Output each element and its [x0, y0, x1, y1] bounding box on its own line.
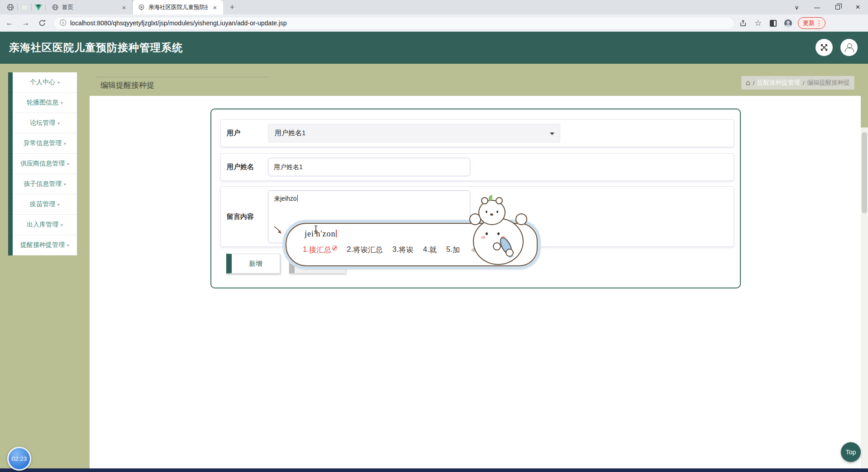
- extension-icon[interactable]: [19, 0, 30, 14]
- ime-candidate-2[interactable]: 2.将诶汇总: [347, 245, 383, 255]
- person-icon: [845, 43, 853, 52]
- sidebar-item-label: 个人中心: [30, 78, 55, 86]
- recording-timer-badge[interactable]: 02:23: [7, 447, 31, 471]
- new-tab-button[interactable]: +: [226, 1, 238, 14]
- mascot-hat-bear: [478, 200, 506, 225]
- sidebar-item-label: 疫苗管理: [30, 200, 55, 208]
- breadcrumb: ⌂ / 提醒接种提管理 / 编辑提醒接种提: [741, 76, 854, 90]
- top-button-label: Top: [846, 448, 856, 456]
- ime-candidate-5[interactable]: 5.加: [446, 245, 460, 255]
- sidebar-item-child-info[interactable]: 孩子信息管理▾: [13, 174, 77, 194]
- sidebar-item-label: 论坛管理: [30, 119, 55, 127]
- home-icon[interactable]: ⌂: [746, 79, 750, 87]
- fullscreen-button[interactable]: [816, 39, 833, 56]
- user-profile-button[interactable]: [840, 39, 858, 56]
- field-label: 留言内容: [221, 212, 268, 221]
- sidebar-item-inventory[interactable]: 出入库管理▾: [13, 215, 77, 235]
- ime-candidate-3[interactable]: 3.将诶: [392, 245, 414, 255]
- user-select[interactable]: 用户姓名1: [268, 124, 560, 142]
- site-info-icon[interactable]: ⓘ: [60, 19, 66, 27]
- ime-candidates: 1.接汇总 2.将诶汇总 3.将诶 4.就 5.加: [303, 245, 482, 255]
- breadcrumb-separator: /: [803, 80, 805, 86]
- ime-badge-icon: [332, 245, 337, 250]
- minimize-button[interactable]: —: [807, 0, 827, 14]
- url-text: localhost:8080/qhsqyyetyfjzglxt/jsp/modu…: [70, 19, 287, 27]
- field-label: 用户: [221, 129, 268, 137]
- chevron-down-icon: ▾: [67, 243, 69, 248]
- chevron-down-icon: ▾: [61, 100, 63, 105]
- ime-candidate-1[interactable]: 1.接汇总: [303, 245, 337, 255]
- page-scrollbar[interactable]: [861, 127, 868, 472]
- add-button-label: 新增: [249, 260, 262, 268]
- chevron-down-icon: ▾: [61, 222, 63, 227]
- app-header: 亲海社区医院儿童预防接种管理系统: [0, 32, 868, 64]
- breadcrumb-section[interactable]: 提醒接种提管理: [757, 79, 800, 87]
- sidebar-item-abnormal-info[interactable]: 异常信息管理▾: [13, 133, 77, 154]
- tab-home[interactable]: 首页 ×: [47, 0, 133, 14]
- globe-favicon-icon: [52, 4, 58, 10]
- browser-toolbar: ← → ⓘ localhost:8080/qhsqyyetyfjzglxt/js…: [0, 14, 868, 32]
- ime-candidate-4[interactable]: 4.就: [423, 245, 437, 255]
- sidebar-item-forum[interactable]: 论坛管理▾: [13, 113, 77, 133]
- textarea-value: 来jeihzo: [274, 195, 297, 202]
- forward-button[interactable]: →: [19, 16, 33, 30]
- back-to-top-button[interactable]: Top: [841, 442, 861, 462]
- workspace: 个人中心▾ 轮播图信息▾ 论坛管理▾ 异常信息管理▾ 供应商信息管理▾ 孩子信息…: [0, 64, 868, 468]
- chevron-down-icon: ▾: [57, 80, 60, 85]
- bookmark-star-icon[interactable]: ☆: [752, 17, 764, 29]
- pinned-tabs: [0, 0, 47, 14]
- input-value: 用户姓名1: [274, 163, 303, 171]
- sidebar-item-label: 异常信息管理: [24, 139, 62, 147]
- tab-close-icon[interactable]: ×: [211, 4, 219, 11]
- timer-value: 02:23: [12, 455, 27, 462]
- divider: [31, 4, 32, 11]
- ime-mascot: [459, 203, 541, 271]
- tab-title: 首页: [62, 4, 117, 11]
- fullscreen-icon: [820, 43, 828, 52]
- update-label: 更新: [803, 19, 815, 27]
- sidebar-item-label: 提醒接种提管理: [20, 241, 65, 249]
- scrollbar-thumb[interactable]: [862, 132, 867, 213]
- sidebar-item-label: 供应商信息管理: [20, 160, 65, 168]
- chevron-down-icon: ▾: [64, 141, 66, 146]
- menu-dots-icon[interactable]: ⋮: [816, 19, 822, 27]
- chevron-down-icon: ▾: [57, 202, 60, 207]
- side-panel-icon[interactable]: [767, 17, 779, 29]
- breadcrumb-current: 编辑提醒接种提: [807, 79, 850, 87]
- sidebar-item-personal-center[interactable]: 个人中心▾: [13, 72, 77, 93]
- profile-avatar-icon[interactable]: [782, 17, 794, 29]
- divider: [17, 4, 18, 11]
- window-controls: ∨ — ×: [787, 0, 868, 14]
- app-title: 亲海社区医院儿童预防接种管理系统: [9, 41, 183, 55]
- sidebar-item-supplier-info[interactable]: 供应商信息管理▾: [13, 154, 77, 174]
- close-window-button[interactable]: ×: [848, 0, 868, 14]
- reload-button[interactable]: [35, 16, 49, 30]
- sidebar-item-vaccine[interactable]: 疫苗管理▾: [13, 194, 77, 215]
- ime-caret: [336, 230, 337, 237]
- browser-update-button[interactable]: 更新 ⋮: [798, 17, 825, 29]
- tab-current[interactable]: 亲海社区医院儿童预防接种管理系 ×: [133, 0, 223, 14]
- divider: [45, 4, 46, 11]
- ime-composition: jei'h'zon: [305, 229, 337, 239]
- username-input[interactable]: 用户姓名1: [268, 158, 470, 176]
- vue-icon[interactable]: [33, 0, 44, 14]
- ibeam-cursor-icon: [313, 225, 319, 234]
- divider: [96, 77, 268, 77]
- tab-search-chevron-icon[interactable]: ∨: [787, 0, 807, 14]
- badge-favicon-icon: [138, 4, 145, 11]
- text-caret: [297, 195, 298, 202]
- tab-close-icon[interactable]: ×: [120, 4, 128, 11]
- chevron-down-icon: [550, 132, 554, 135]
- tab-title: 亲海社区医院儿童预防接种管理系: [148, 4, 208, 11]
- form-row-username: 用户姓名 用户姓名1: [220, 153, 734, 181]
- add-button[interactable]: 新增: [226, 254, 280, 274]
- share-icon[interactable]: [737, 17, 749, 29]
- address-bar[interactable]: ⓘ localhost:8080/qhsqyyetyfjzglxt/jsp/mo…: [53, 17, 734, 30]
- sidebar-item-vaccination-reminder[interactable]: 提醒接种提管理▾: [13, 235, 77, 255]
- globe-icon[interactable]: [5, 0, 16, 14]
- sidebar-item-carousel[interactable]: 轮播图信息▾: [13, 93, 77, 113]
- chevron-down-icon: ▾: [64, 182, 66, 187]
- back-button[interactable]: ←: [3, 16, 16, 30]
- chevron-down-icon: ▾: [67, 161, 69, 166]
- restore-button[interactable]: [827, 0, 848, 14]
